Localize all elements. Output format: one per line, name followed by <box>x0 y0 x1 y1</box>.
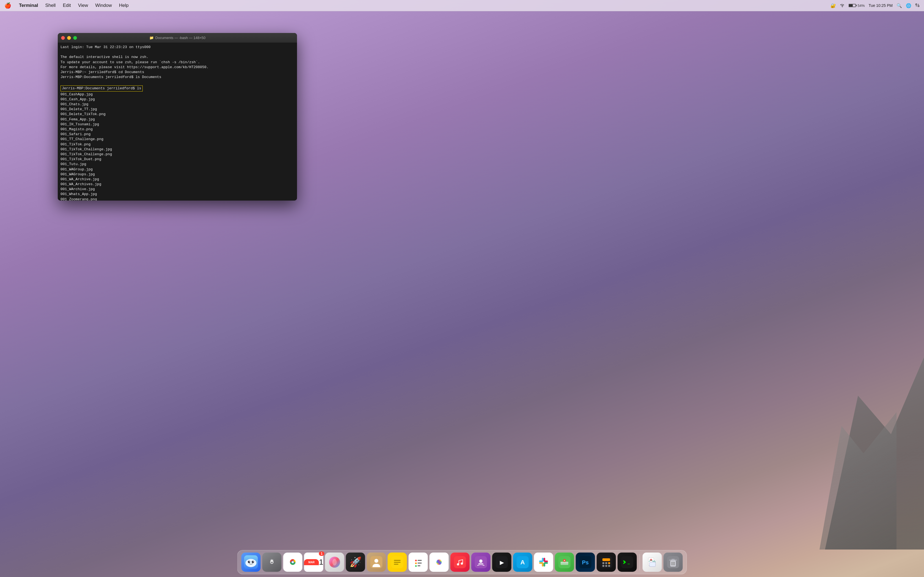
terminal-line: 001_Tutu.jpg <box>60 162 294 167</box>
svg-point-17 <box>333 559 337 566</box>
apple-menu[interactable]: 🍎 <box>5 2 11 9</box>
menu-help[interactable]: Help <box>116 2 131 9</box>
menu-window[interactable]: Window <box>92 2 115 9</box>
terminal-line: For more details, please visit https://s… <box>60 65 294 70</box>
svg-rect-52 <box>544 558 545 562</box>
terminal-window[interactable]: 📁 Documents — -bash — 148×50 Last login:… <box>58 33 297 201</box>
terminal-title: 📁 Documents — -bash — 148×50 <box>149 36 205 40</box>
svg-rect-76 <box>674 562 675 566</box>
dock-item-maps[interactable] <box>555 553 574 572</box>
menu-shell[interactable]: Shell <box>43 2 58 9</box>
svg-rect-46 <box>539 561 543 562</box>
control-center-icon[interactable] <box>915 3 919 8</box>
clock: Tue 10:25 PM <box>869 3 893 8</box>
current-command-input[interactable]: Jerris-MBP:Documents jerriledford$ ls <box>60 85 143 92</box>
terminal-line: 001_Cash_App.jpg <box>60 97 294 102</box>
dock-item-notes[interactable] <box>388 553 407 572</box>
dock-item-music[interactable] <box>451 553 470 572</box>
finder-icon <box>241 553 261 572</box>
contacts-icon <box>367 553 386 572</box>
music-icon <box>451 553 470 572</box>
siri-icon[interactable]: 🌐 <box>906 3 911 8</box>
dock-item-siri[interactable] <box>325 553 344 572</box>
wifi-icon[interactable] <box>840 3 845 8</box>
dock-item-calendar[interactable]: MAR 1 1 <box>304 553 323 572</box>
calendar-badge: 1 <box>319 551 325 556</box>
terminal-line <box>60 80 294 85</box>
dock-item-rocket[interactable]: 🚀 <box>346 553 365 572</box>
search-icon[interactable]: 🔍 <box>897 3 902 8</box>
svg-point-4 <box>918 5 919 6</box>
menu-terminal[interactable]: Terminal <box>16 2 41 9</box>
svg-point-8 <box>246 559 257 567</box>
terminal-line: 001_Whats_App.jpg <box>60 192 294 197</box>
dock-item-terminal[interactable]: $ _ <box>618 553 637 572</box>
dock-item-chrome[interactable] <box>283 553 302 572</box>
dock-item-finder[interactable] <box>241 553 261 572</box>
rocket-icon: 🚀 <box>346 553 365 572</box>
terminal-line: 001_TT_Challenge.png <box>60 137 294 142</box>
terminal-line: 001_WA_Archives.jpg <box>60 182 294 187</box>
terminal-line: 001_TikTok.png <box>60 142 294 147</box>
terminal-title-text: Documents — -bash — 148×50 <box>155 36 205 40</box>
maximize-button[interactable] <box>73 36 77 40</box>
dock-divider <box>640 554 640 571</box>
calculator-icon <box>597 553 616 572</box>
terminal-titlebar: 📁 Documents — -bash — 148×50 <box>58 33 297 43</box>
svg-point-26 <box>415 562 417 564</box>
close-button[interactable] <box>61 36 65 40</box>
dock-item-contacts[interactable] <box>367 553 386 572</box>
siri-dock-icon <box>325 553 344 572</box>
terminal-line: The default interactive shell is now zsh… <box>60 55 294 60</box>
dock-item-sysprefs[interactable] <box>262 553 282 572</box>
svg-rect-36 <box>454 556 466 568</box>
menubar: 🍎 Terminal Shell Edit View Window Help 🔐… <box>0 0 924 11</box>
terminal-body[interactable]: Last login: Tue Mar 31 22:23:23 on ttys0… <box>58 43 297 201</box>
svg-rect-2 <box>849 5 853 6</box>
dock-item-appletv[interactable]: ▶ <box>492 553 512 572</box>
dock-item-photos[interactable] <box>430 553 449 572</box>
svg-rect-1 <box>856 5 857 6</box>
dock-item-slack[interactable] <box>534 553 553 572</box>
chrome-icon <box>283 553 302 572</box>
svg-text:▶: ▶ <box>500 559 504 566</box>
appletv-icon: ▶ <box>492 553 512 572</box>
terminal-line: Jerris-MBP:Documents jerriledford$ ls Do… <box>60 75 294 80</box>
svg-point-38 <box>461 562 463 565</box>
svg-rect-23 <box>394 564 399 565</box>
menu-edit[interactable]: Edit <box>60 2 73 9</box>
terminal-line: 001_WArchive.jpg <box>60 187 294 192</box>
svg-rect-70 <box>649 562 656 567</box>
dock-item-appstore[interactable]: A <box>513 553 532 572</box>
svg-rect-74 <box>672 562 672 566</box>
terminal-line: 001_TikTok_Challenge.png <box>60 152 294 157</box>
svg-point-37 <box>457 563 459 566</box>
svg-text:Ps: Ps <box>582 559 588 566</box>
terminal-line: 001_WAGroup.jpg <box>60 167 294 172</box>
svg-rect-75 <box>673 562 674 566</box>
svg-rect-61 <box>603 562 604 564</box>
maps-icon <box>555 553 574 572</box>
dock-item-calculator[interactable] <box>597 553 616 572</box>
svg-text:$ _: $ _ <box>624 560 630 564</box>
terminal-line: 001_TikTok_Challenge.jpg <box>60 147 294 152</box>
minimize-button[interactable] <box>67 36 71 40</box>
dock-item-reminders[interactable] <box>409 553 428 572</box>
terminal-line: 001_Chats.jpg <box>60 102 294 107</box>
svg-rect-54 <box>561 562 569 565</box>
slack-icon <box>534 553 553 572</box>
svg-point-3 <box>916 3 917 5</box>
lastpass-icon[interactable]: 🔐 <box>830 3 836 8</box>
dock-item-preview[interactable] <box>643 553 662 572</box>
menu-view[interactable]: View <box>75 2 91 9</box>
svg-rect-62 <box>605 562 607 564</box>
svg-rect-22 <box>394 562 401 563</box>
terminal-dock-icon: $ _ <box>618 553 637 572</box>
svg-rect-29 <box>418 566 420 566</box>
dock-item-podcasts[interactable] <box>471 553 491 572</box>
reminders-icon <box>409 553 428 572</box>
dock-item-trash[interactable] <box>664 553 683 572</box>
terminal-line: 001_TikTok_Duet.png <box>60 157 294 162</box>
svg-point-12 <box>253 561 254 562</box>
dock-item-photoshop[interactable]: Ps <box>576 553 595 572</box>
